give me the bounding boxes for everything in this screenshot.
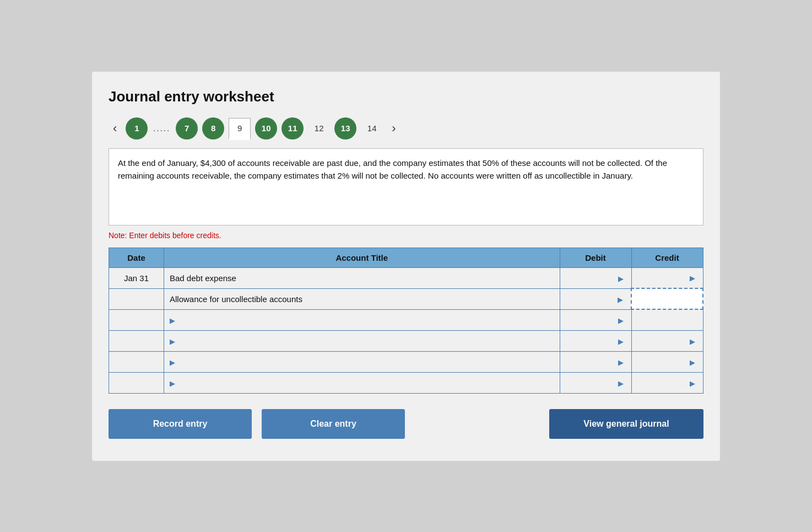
prev-arrow[interactable]: ‹ — [109, 120, 121, 137]
page-11[interactable]: 11 — [282, 117, 304, 139]
page-12[interactable]: 12 — [308, 117, 330, 139]
table-row: Allowance for uncollectible accounts ▶ — [109, 288, 703, 309]
page-8[interactable]: 8 — [202, 117, 224, 139]
table-row: ▶ ▶ ▶ — [109, 372, 703, 393]
pagination: ‹ 1 ..... 7 8 9 10 11 12 13 14 › — [109, 117, 703, 139]
credit-cell-6[interactable]: ▶ — [631, 372, 703, 393]
debit-cell-6[interactable]: ▶ — [560, 372, 631, 393]
header-account-title: Account Title — [164, 248, 560, 267]
account-cell-5[interactable]: ▶ — [164, 351, 560, 372]
table-row: Jan 31 Bad debt expense ▶ ▶ — [109, 267, 703, 288]
view-general-journal-button[interactable]: View general journal — [549, 409, 703, 439]
date-cell-4 — [109, 330, 164, 351]
credit-cell-5[interactable]: ▶ — [631, 351, 703, 372]
debit-cell-1[interactable]: ▶ — [560, 267, 631, 288]
button-row: Record entry Clear entry View general jo… — [109, 409, 703, 439]
next-arrow[interactable]: › — [387, 120, 400, 137]
date-cell-6 — [109, 372, 164, 393]
header-credit: Credit — [631, 248, 703, 267]
page-10[interactable]: 10 — [255, 117, 277, 139]
header-debit: Debit — [560, 248, 631, 267]
description-text: At the end of January, $4,300 of account… — [118, 158, 667, 180]
page-9[interactable]: 9 — [229, 118, 251, 140]
page-14[interactable]: 14 — [361, 117, 383, 139]
page-13[interactable]: 13 — [334, 117, 356, 139]
page-1[interactable]: 1 — [126, 117, 148, 139]
date-cell-2 — [109, 288, 164, 309]
account-cell-4[interactable]: ▶ — [164, 330, 560, 351]
debit-cell-5[interactable]: ▶ — [560, 351, 631, 372]
table-row: ▶ ▶ — [109, 309, 703, 330]
clear-entry-button[interactable]: Clear entry — [262, 409, 405, 439]
record-entry-button[interactable]: Record entry — [109, 409, 252, 439]
credit-cell-4[interactable]: ▶ — [631, 330, 703, 351]
credit-cell-2[interactable] — [631, 288, 703, 309]
debit-cell-3[interactable]: ▶ — [560, 309, 631, 330]
credit-cell-3[interactable] — [631, 309, 703, 330]
journal-table: Date Account Title Debit Credit Jan 31 B… — [109, 248, 703, 394]
date-cell-5 — [109, 351, 164, 372]
header-date: Date — [109, 248, 164, 267]
pagination-dots: ..... — [153, 123, 170, 133]
main-container: Journal entry worksheet ‹ 1 ..... 7 8 9 … — [92, 72, 720, 461]
debit-cell-2[interactable]: ▶ — [560, 288, 631, 309]
table-row: ▶ ▶ ▶ — [109, 351, 703, 372]
date-cell-3 — [109, 309, 164, 330]
credit-cell-1[interactable]: ▶ — [631, 267, 703, 288]
account-cell-3[interactable]: ▶ — [164, 309, 560, 330]
date-cell-1: Jan 31 — [109, 267, 164, 288]
page-title: Journal entry worksheet — [109, 88, 703, 105]
table-row: ▶ ▶ ▶ — [109, 330, 703, 351]
account-cell-6[interactable]: ▶ — [164, 372, 560, 393]
page-7[interactable]: 7 — [176, 117, 198, 139]
note-text: Note: Enter debits before credits. — [109, 231, 703, 240]
account-cell-2[interactable]: Allowance for uncollectible accounts — [164, 288, 560, 309]
debit-cell-4[interactable]: ▶ — [560, 330, 631, 351]
description-box: At the end of January, $4,300 of account… — [109, 148, 703, 225]
account-cell-1[interactable]: Bad debt expense — [164, 267, 560, 288]
